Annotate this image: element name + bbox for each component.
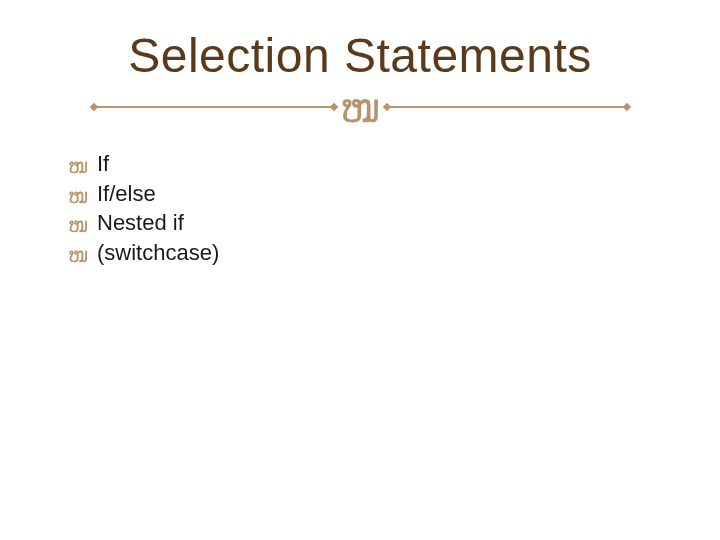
page-title: Selection Statements [60, 28, 660, 83]
list-item-label: Nested if [97, 208, 184, 238]
list-item: ໜ If [68, 149, 660, 179]
list-item-label: (switchcase) [97, 238, 219, 268]
bullet-icon: ໜ [68, 245, 89, 265]
flourish-icon: ໜ [334, 89, 387, 129]
slide: Selection Statements ໜ ໜ If ໜ If/else ໜ … [0, 0, 720, 540]
title-divider: ໜ [60, 87, 660, 127]
list-item: ໜ If/else [68, 179, 660, 209]
list-item: ໜ Nested if [68, 208, 660, 238]
list-item-label: If [97, 149, 109, 179]
list-item-label: If/else [97, 179, 156, 209]
bullet-icon: ໜ [68, 186, 89, 206]
list-item: ໜ (switchcase) [68, 238, 660, 268]
divider-line-right [387, 106, 627, 108]
bullet-icon: ໜ [68, 156, 89, 176]
bullet-list: ໜ If ໜ If/else ໜ Nested if ໜ (switchcase… [60, 149, 660, 268]
divider-line-left [94, 106, 334, 108]
bullet-icon: ໜ [68, 215, 89, 235]
